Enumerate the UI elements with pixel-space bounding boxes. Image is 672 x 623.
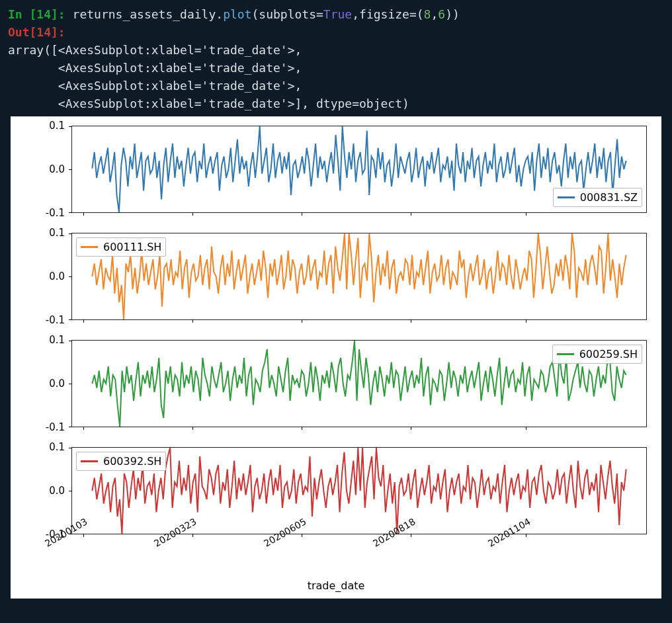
x-tick-line	[83, 427, 84, 430]
x-tick-line	[192, 319, 193, 323]
y-tick-label: 0.0	[28, 270, 65, 282]
x-tick-line	[526, 212, 526, 216]
legend-swatch	[81, 246, 98, 248]
code-cell: In [14]: returns_assets_daily.plot(subpl…	[0, 0, 672, 115]
num-h: 6	[438, 7, 445, 21]
in-prompt: In [14]:	[8, 7, 65, 21]
num-w: 8	[424, 7, 431, 21]
axes-box: 000831.SZ	[71, 126, 647, 213]
legend-swatch	[558, 196, 575, 198]
output-line: <AxesSubplot:xlabel='trade_date'>,	[8, 79, 302, 93]
x-tick-line	[526, 427, 526, 430]
x-axis-label: trade_date	[15, 579, 657, 592]
y-tick-label: 0.1	[28, 441, 65, 453]
code-args-2: ,figsize=(	[352, 7, 423, 21]
x-tick-line	[192, 212, 193, 216]
code-text: returns_assets_daily.	[65, 7, 223, 21]
y-tick-line	[69, 212, 72, 213]
x-tick-line	[526, 534, 526, 537]
kw-true: True	[323, 7, 352, 21]
matplotlib-figure: 0.10.0-0.1000831.SZ0.10.0-0.1600111.SH0.…	[11, 116, 661, 599]
y-tick-line	[69, 319, 72, 320]
y-tick-label: 0.1	[28, 120, 65, 132]
x-tick-line	[192, 427, 193, 430]
legend: 600392.SH	[76, 452, 166, 471]
y-tick-line	[69, 427, 72, 427]
x-tick-line	[302, 212, 302, 216]
x-tick-line	[83, 212, 84, 216]
x-tick-line	[411, 319, 411, 323]
y-tick-label: 0.0	[28, 163, 65, 175]
out-prompt: Out[14]:	[8, 25, 65, 39]
y-tick-label: -0.1	[28, 207, 65, 219]
x-tick-line	[83, 319, 84, 323]
subplot-600111.SH: 0.10.0-0.1600111.SH	[52, 229, 647, 335]
subplot-600392.SH: 0.10.0-0.1600392.SH202001032020032320200…	[52, 443, 647, 549]
legend-label: 600392.SH	[103, 455, 161, 468]
y-tick-label: 0.1	[28, 227, 65, 239]
legend-swatch	[557, 353, 574, 355]
legend: 600111.SH	[76, 237, 166, 257]
x-tick-line	[302, 427, 302, 430]
legend-swatch	[81, 460, 98, 462]
output-line: <AxesSubplot:xlabel='trade_date'>,	[8, 61, 302, 75]
x-tick-line	[302, 319, 302, 323]
code-args-1: (subplots=	[251, 7, 323, 21]
x-tick-line	[302, 534, 302, 537]
code-fn: plot	[223, 7, 251, 21]
output-line: array([<AxesSubplot:xlabel='trade_date'>…	[8, 43, 302, 57]
y-tick-label: 0.1	[28, 334, 65, 346]
legend-label: 000831.SZ	[580, 191, 638, 204]
x-tick-line	[411, 427, 411, 430]
x-tick-line	[192, 534, 193, 537]
legend-label: 600111.SH	[103, 241, 161, 253]
axes-box: 600259.SH	[71, 340, 647, 427]
legend-label: 600259.SH	[579, 348, 638, 360]
axes-box: 600392.SH	[71, 447, 647, 534]
x-tick-line	[411, 534, 411, 537]
comma: ,	[431, 7, 438, 21]
y-tick-label: -0.1	[28, 421, 65, 433]
y-tick-label: -0.1	[28, 314, 65, 326]
x-tick-line	[83, 534, 84, 537]
x-tick-line	[411, 212, 411, 216]
legend: 600259.SH	[552, 345, 642, 364]
y-tick-label: 0.0	[28, 485, 65, 497]
output-line: <AxesSubplot:xlabel='trade_date'>], dtyp…	[8, 97, 409, 110]
code-args-3: ))	[445, 7, 460, 21]
y-tick-label: 0.0	[28, 378, 65, 390]
axes-box: 600111.SH	[71, 233, 647, 320]
subplot-000831.SZ: 0.10.0-0.1000831.SZ	[52, 122, 647, 228]
x-tick-line	[526, 319, 526, 323]
subplot-600259.SH: 0.10.0-0.1600259.SH	[52, 336, 647, 442]
legend: 000831.SZ	[553, 188, 642, 207]
